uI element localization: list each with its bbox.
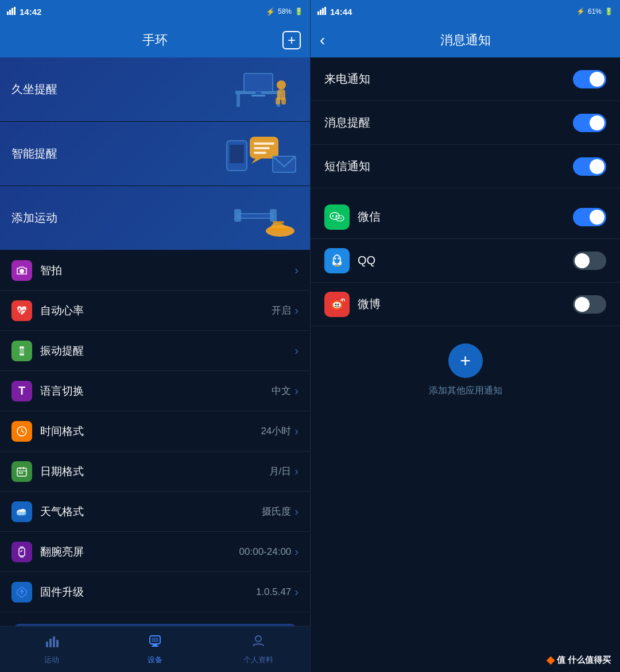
- nav-sport[interactable]: 运动: [0, 634, 103, 665]
- svg-rect-20: [254, 152, 266, 154]
- add-app-label: 添加其他应用通知: [429, 385, 502, 397]
- svg-point-73: [338, 217, 339, 218]
- auto-hr-chevron: ›: [294, 304, 299, 317]
- notif-msg-toggle[interactable]: [573, 114, 606, 132]
- wrist-label: 翻腕亮屏: [40, 544, 239, 559]
- wrist-icon: [11, 542, 32, 562]
- menu-item-auto-hr[interactable]: 自动心率 开启 ›: [0, 291, 310, 331]
- svg-rect-24: [270, 209, 277, 222]
- sport-label: 运动: [44, 655, 59, 665]
- svg-rect-7: [244, 74, 273, 92]
- notif-sms-toggle-thumb: [590, 159, 604, 174]
- notif-msg-toggle-thumb: [590, 115, 604, 130]
- svg-rect-59: [56, 640, 59, 647]
- svg-rect-12: [276, 98, 280, 105]
- left-scroll: 久坐提醒: [0, 57, 310, 626]
- notif-call-toggle[interactable]: [573, 70, 606, 88]
- app-qq[interactable]: QQ: [311, 239, 620, 283]
- svg-marker-17: [251, 159, 261, 164]
- wrist-chevron: ›: [294, 545, 299, 558]
- menu-item-smart-shoot[interactable]: 智拍 ›: [0, 250, 310, 291]
- watermark-text: 值 什么值得买: [557, 655, 611, 666]
- banner-smart-remind-label: 智能提醒: [11, 146, 57, 161]
- svg-rect-1: [9, 10, 11, 15]
- banner-long-sit[interactable]: 久坐提醒: [0, 57, 310, 122]
- right-status-left: 14:44: [317, 7, 352, 17]
- right-status-right: ⚡ 61% 🔋: [576, 7, 613, 16]
- svg-rect-18: [254, 142, 274, 145]
- notif-call-label: 来电通知: [324, 71, 573, 87]
- banner-add-sport-label: 添加运动: [11, 210, 57, 226]
- menu-item-date-fmt[interactable]: 日期格式 月/日 ›: [0, 451, 310, 492]
- notif-sms-toggle[interactable]: [573, 157, 606, 176]
- svg-rect-68: [324, 7, 326, 15]
- date-fmt-value: 月/日: [269, 465, 292, 478]
- left-panel: 14:42 ⚡ 58% 🔋 手环 + 久坐提醒: [0, 0, 310, 672]
- weibo-toggle-thumb: [575, 297, 590, 312]
- svg-rect-23: [234, 209, 241, 222]
- date-fmt-icon: [11, 461, 32, 482]
- svg-line-37: [22, 431, 24, 432]
- menu-item-vibrate[interactable]: 振动提醒 ›: [0, 331, 310, 371]
- left-status-right: ⚡ 58% 🔋: [266, 7, 303, 16]
- wechat-label: 微信: [358, 209, 573, 225]
- left-status-bar: 14:42 ⚡ 58% 🔋: [0, 0, 310, 23]
- add-app-button[interactable]: +: [448, 343, 483, 378]
- wechat-toggle-thumb: [590, 210, 604, 225]
- menu-item-weather[interactable]: 天气格式 摄氏度 ›: [0, 492, 310, 532]
- banner-add-sport[interactable]: 添加运动: [0, 186, 310, 250]
- banner-long-sit-icon: [195, 68, 299, 111]
- right-signal-icon: [317, 7, 328, 17]
- weibo-icon: [324, 292, 350, 317]
- notif-sms[interactable]: 短信通知: [311, 145, 620, 188]
- back-button[interactable]: ‹: [320, 31, 325, 49]
- svg-rect-65: [317, 11, 319, 15]
- notif-call[interactable]: 来电通知: [311, 57, 620, 101]
- lang-chevron: ›: [294, 384, 299, 397]
- firmware-chevron: ›: [294, 585, 299, 598]
- banner-smart-remind[interactable]: 智能提醒: [0, 122, 310, 186]
- menu-item-lang[interactable]: T 语言切换 中文 ›: [0, 371, 310, 411]
- menu-item-time-fmt[interactable]: 时间格式 24小时 ›: [0, 411, 310, 451]
- vibrate-chevron: ›: [294, 344, 299, 357]
- left-header: 手环 +: [0, 23, 310, 57]
- time-fmt-chevron: ›: [294, 424, 299, 438]
- watermark-icon: ◆: [547, 654, 555, 666]
- svg-point-79: [335, 257, 336, 259]
- add-app-section: + 添加其他应用通知: [311, 326, 620, 408]
- menu-item-firmware[interactable]: 固件升级 1.0.5.47 ›: [0, 572, 310, 612]
- app-weibo[interactable]: 微博: [311, 283, 620, 326]
- menu-item-wrist[interactable]: 翻腕亮屏 00:00-24:00 ›: [0, 532, 310, 572]
- svg-rect-19: [254, 147, 270, 149]
- firmware-value: 1.0.5.47: [256, 586, 291, 598]
- notif-msg[interactable]: 消息提醒: [311, 101, 620, 145]
- weibo-toggle[interactable]: [573, 295, 606, 314]
- svg-point-80: [338, 257, 340, 259]
- qq-toggle[interactable]: [573, 252, 606, 270]
- svg-point-10: [277, 80, 286, 90]
- watermark: ◆ 值 什么值得买: [547, 654, 611, 666]
- svg-rect-50: [20, 556, 24, 558]
- banner-long-sit-label: 久坐提醒: [11, 82, 57, 97]
- svg-point-78: [334, 256, 340, 264]
- profile-icon: [251, 634, 266, 652]
- svg-point-70: [332, 215, 334, 217]
- smart-shoot-label: 智拍: [40, 263, 294, 278]
- right-header: ‹ 消息通知: [311, 23, 620, 57]
- smart-shoot-chevron: ›: [294, 264, 299, 277]
- svg-rect-31: [18, 348, 25, 354]
- wechat-toggle[interactable]: [573, 208, 606, 226]
- weibo-label: 微博: [358, 296, 573, 312]
- svg-rect-56: [46, 642, 48, 647]
- app-wechat[interactable]: 微信: [311, 195, 620, 239]
- left-header-title: 手环: [142, 32, 168, 49]
- right-bt-icon: ⚡: [576, 7, 585, 16]
- svg-rect-62: [153, 644, 157, 646]
- nav-profile[interactable]: 个人资料: [207, 634, 310, 665]
- svg-rect-57: [49, 639, 52, 647]
- nav-device[interactable]: 设备: [103, 634, 207, 665]
- right-header-title: 消息通知: [440, 32, 491, 49]
- svg-rect-67: [322, 8, 324, 15]
- add-button[interactable]: +: [282, 31, 301, 49]
- svg-rect-15: [230, 145, 244, 163]
